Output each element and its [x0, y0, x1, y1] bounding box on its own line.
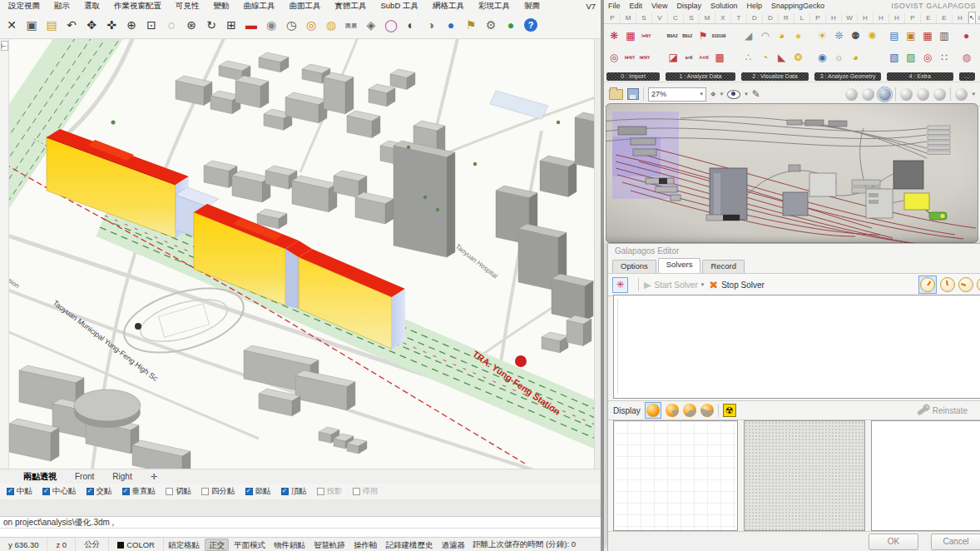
component-tab[interactable]: L — [794, 13, 810, 23]
palette-icon[interactable]: ◪ — [665, 47, 681, 68]
status-toggle[interactable]: 物件鎖點 — [270, 539, 309, 550]
rhino-toolbar-icon[interactable]: ⊞ — [221, 15, 241, 35]
rhino-toolbar-icon[interactable]: ▬ — [241, 15, 261, 35]
palette-icon[interactable]: a>0 — [681, 47, 696, 68]
component-tab[interactable]: E — [937, 13, 953, 23]
grasshopper-menu-item[interactable]: SnappingGecko — [771, 2, 824, 10]
rhino-toolbar-icon[interactable]: ◍ — [321, 15, 341, 35]
no-preview-icon[interactable] — [845, 88, 858, 101]
rhino-menu-item[interactable]: 曲面工具 — [290, 1, 321, 12]
palette-icon[interactable]: ⚑ — [695, 25, 711, 47]
osnap-toggle[interactable]: 投影 — [317, 486, 343, 497]
rhino-toolbar-icon[interactable]: ▣ — [22, 15, 42, 35]
rhino-toolbar-icon[interactable]: ↶ — [62, 15, 82, 35]
status-cell[interactable]: 公分 — [76, 538, 109, 551]
rhino-toolbar-icon[interactable]: ● — [501, 15, 521, 35]
checkbox-icon[interactable] — [87, 488, 94, 495]
palette-icon[interactable]: ▥ — [936, 25, 953, 47]
rhino-toolbar-icon[interactable]: ✥ — [82, 15, 101, 35]
checkbox-icon[interactable] — [201, 488, 209, 495]
galapagos-tab[interactable]: Solvers — [658, 258, 701, 273]
chevron-down-icon[interactable]: ▾ — [700, 91, 703, 97]
component-tab[interactable]: P — [605, 13, 621, 23]
open-file-icon[interactable] — [609, 89, 623, 100]
component-tab[interactable]: W — [842, 13, 858, 23]
rhino-viewport[interactable]: ⊢ — [0, 39, 601, 469]
component-tab[interactable]: D — [763, 13, 779, 23]
grasshopper-menu-item[interactable]: Display — [676, 2, 701, 10]
rhino-toolbar-icon[interactable]: ▤ — [42, 15, 62, 35]
map-3d-scene[interactable]: Taoyuan Municipal Yung-Feng High Sc Scho… — [9, 39, 594, 469]
palette-icon[interactable]: ◢ — [740, 25, 757, 47]
stop-solver-button[interactable]: ✖ Stop Solver — [709, 279, 765, 291]
rhino-menu-item[interactable]: 顯示 — [54, 1, 70, 12]
checkbox-icon[interactable] — [42, 488, 50, 495]
palette-icon[interactable]: ☀ — [814, 25, 830, 47]
rhino-toolbar-icon[interactable]: ⊛ — [181, 15, 201, 35]
rhino-menu-item[interactable]: SubD 工具 — [381, 1, 418, 12]
component-tab[interactable]: P — [810, 13, 826, 23]
osnap-toggle[interactable]: 頂點 — [281, 486, 307, 497]
grasshopper-menu-item[interactable]: Solution — [710, 2, 738, 10]
display-mode-icon[interactable] — [666, 404, 679, 417]
checkbox-icon[interactable] — [317, 488, 324, 495]
palette-icon[interactable]: ● — [958, 25, 975, 47]
rhino-menu-item[interactable]: 網格工具 — [433, 1, 464, 12]
component-tab[interactable]: M — [700, 13, 715, 23]
rhino-toolbar-icon[interactable]: ◎ — [301, 15, 321, 35]
rhino-menu-item[interactable]: 選取 — [84, 1, 100, 12]
start-solver-button[interactable]: ▶ Start Solver ▾ — [644, 280, 704, 290]
status-toggle[interactable]: 智慧軌跡 — [310, 539, 349, 550]
rhino-toolbar-icon[interactable]: 圖層 — [341, 15, 361, 35]
chevron-down-icon[interactable]: ▾ — [972, 91, 975, 97]
palette-icon[interactable]: ∷ — [936, 47, 953, 68]
checkbox-icon[interactable] — [353, 488, 360, 495]
palette-icon[interactable]: ◠ — [757, 25, 774, 47]
shaded-preview-icon[interactable] — [879, 88, 891, 101]
component-tab[interactable]: S — [636, 13, 652, 23]
checkbox-icon[interactable] — [122, 488, 130, 495]
palette-icon[interactable]: ❋ — [606, 25, 622, 47]
component-tab[interactable]: H — [953, 13, 968, 23]
rhino-toolbar-icon[interactable]: ◯ — [381, 15, 401, 35]
status-toggle[interactable]: 鎖定格點 — [165, 539, 203, 550]
component-tab[interactable]: H — [826, 13, 842, 23]
zoom-level-field[interactable]: 27% ▾ — [648, 87, 706, 102]
zoom-extents-icon[interactable]: ⌖ — [710, 88, 716, 100]
dark-component[interactable] — [893, 161, 923, 189]
checkbox-icon[interactable] — [281, 488, 289, 495]
rhino-toolbar-icon[interactable]: ◌ — [161, 15, 181, 35]
palette-icon[interactable]: ◍ — [958, 47, 975, 68]
chevron-down-icon[interactable]: ▾ — [745, 91, 748, 97]
component-tab[interactable]: T — [731, 13, 747, 23]
palette-icon[interactable]: ▦ — [622, 25, 639, 47]
rhino-toolbar-icon[interactable]: ◉ — [261, 15, 281, 35]
rhino-toolbar-icon[interactable]: ⊡ — [141, 15, 161, 35]
grasshopper-menu-item[interactable]: Help — [746, 2, 762, 10]
active-component-tab[interactable]: ↖ — [968, 12, 976, 23]
rhino-menu-item[interactable]: 變動 — [214, 1, 230, 12]
grasshopper-menu-item[interactable]: File — [608, 2, 621, 10]
chevron-down-icon[interactable]: ▾ — [720, 91, 724, 97]
component-tab[interactable]: E — [921, 13, 937, 23]
cancel-button[interactable]: Cancel — [931, 534, 980, 550]
osnap-toggle[interactable]: 四分點 — [201, 486, 235, 497]
display-mode-icon[interactable] — [683, 404, 696, 417]
palette-icon[interactable]: ❂ — [790, 47, 807, 68]
hazard-display-icon[interactable]: ☢ — [723, 404, 736, 417]
reinstate-button[interactable]: Reinstate — [917, 406, 980, 415]
palette-icon[interactable]: B0λ2 — [680, 25, 695, 47]
speed-gauge-icon[interactable] — [977, 277, 980, 292]
component-tab[interactable]: S — [684, 13, 700, 23]
component-tab[interactable]: D — [747, 13, 763, 23]
viewport-tab[interactable]: Front — [75, 472, 94, 481]
component-tab[interactable]: V — [652, 13, 668, 23]
status-cell[interactable]: y 636.30 — [0, 538, 47, 551]
solution-panel[interactable] — [871, 420, 980, 531]
palette-group-banner[interactable]: 2 : Visualize Data — [741, 72, 809, 81]
rhino-toolbar-icon[interactable]: ◑ — [421, 15, 441, 35]
palette-icon[interactable]: ▩ — [711, 47, 728, 68]
rhino-toolbar-icon[interactable]: ↻ — [201, 15, 221, 35]
palette-icon[interactable]: ◕ — [774, 25, 790, 47]
status-toggle[interactable]: 記錄建構歷史 — [382, 539, 436, 550]
